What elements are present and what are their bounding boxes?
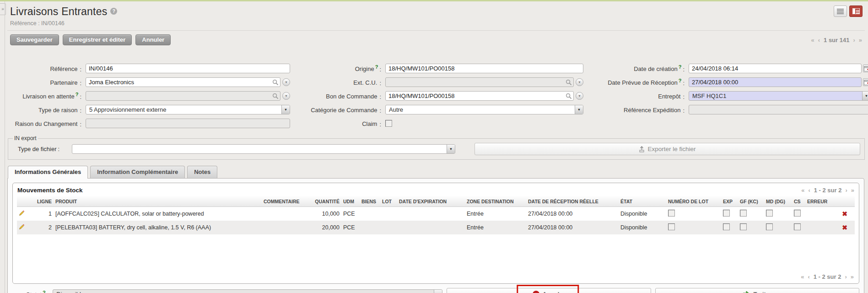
pager-first-icon[interactable]: « (801, 273, 804, 280)
traiter-button[interactable]: Traiter (655, 288, 859, 293)
m2o-dropdown-button[interactable]: ▼ (576, 92, 583, 100)
list-view-button[interactable] (834, 5, 847, 17)
notebook-tabs: Informations Générales Information Compl… (8, 166, 865, 178)
cs-checkbox[interactable] (794, 223, 801, 230)
annuler-workflow-button[interactable]: ✖ Annuler (447, 288, 651, 293)
save-button[interactable]: Sauvegarder (10, 34, 59, 45)
categorie-field: Autre▼ (385, 105, 583, 114)
numero-lot-checkbox[interactable] (668, 223, 675, 230)
pager-last-icon[interactable]: » (851, 187, 854, 194)
claim-field (385, 120, 583, 127)
gf-kc-checkbox[interactable] (740, 223, 747, 230)
entrepot-field: MSF HQ1C1▼ (689, 91, 868, 101)
pager-prev-icon[interactable]: ‹ (808, 187, 810, 194)
column-header: COMMENTAIRE (262, 196, 308, 207)
view-switcher (834, 5, 863, 17)
export-file-button[interactable]: Exporter le fichier (474, 143, 860, 155)
table-row[interactable]: 1 [AOFFCALC02S] CALCULATOR, solar or bat… (17, 207, 855, 221)
pager-last-icon[interactable]: » (859, 37, 862, 43)
statut-select[interactable]: Disponible▼ (53, 289, 442, 293)
livraison-attente-input[interactable] (86, 91, 280, 101)
tab-informations-generales[interactable]: Informations Générales (8, 166, 88, 179)
field-label-ext-cu: Ext. C.U.: (294, 78, 381, 86)
cell-date-expiration (397, 221, 465, 234)
pager-next-icon[interactable]: › (845, 273, 846, 280)
delete-row-icon[interactable]: ✖ (835, 207, 855, 221)
cell-uom: PCE (341, 207, 360, 221)
type-raison-select[interactable]: 5 Approvisionnement externe▼ (86, 105, 290, 114)
ext-cu-field: ▼ (385, 77, 583, 87)
pager-label: 1 - 2 sur 2 (814, 273, 841, 280)
pager-prev-icon[interactable]: ‹ (818, 37, 820, 43)
numero-lot-checkbox[interactable] (668, 210, 675, 217)
pager-prev-icon[interactable]: ‹ (808, 273, 809, 280)
livraison-attente-field: ▼ (86, 91, 290, 101)
edit-pencil-icon[interactable] (19, 211, 25, 217)
calendar-icon[interactable] (863, 65, 868, 72)
column-header: QUANTITÉ (308, 196, 341, 207)
column-header: DATE D'EXPIRATION (397, 196, 465, 207)
pager-label: 1 - 2 sur 2 (814, 187, 842, 194)
cell-comment (262, 207, 308, 221)
origine-input[interactable] (385, 64, 583, 73)
date-creation-input[interactable] (689, 64, 862, 73)
bon-commande-input[interactable] (385, 91, 574, 101)
column-header: LOT (380, 196, 397, 207)
column-delete (835, 196, 855, 207)
pager-first-icon[interactable]: « (801, 187, 804, 194)
cell-lot (380, 221, 397, 234)
export-icon (639, 146, 645, 152)
help-mark: ? (679, 78, 682, 83)
table-row[interactable]: 2 [PELEBATTA03] BATTERY, dry cell, alkal… (17, 221, 855, 234)
reference-input[interactable] (86, 64, 290, 73)
reference-field (86, 64, 290, 73)
exp-checkbox[interactable] (723, 210, 730, 217)
pager-first-icon[interactable]: « (811, 37, 814, 43)
workflow-footer: Statut?: Disponible▼ ✖ Annuler Traiter (12, 288, 859, 293)
claim-checkbox[interactable] (385, 120, 392, 127)
m2o-dropdown-button[interactable]: ▼ (576, 78, 583, 86)
md-dg-checkbox[interactable] (766, 223, 773, 230)
ref-expedition-input[interactable] (689, 105, 868, 114)
title-help-icon[interactable]: ? (110, 8, 117, 15)
entrepot-select[interactable]: MSF HQ1C1▼ (689, 91, 868, 101)
cell-product: [AOFFCALC02S] CALCULATOR, solar or batte… (54, 207, 262, 221)
date-prevue-input[interactable] (689, 77, 862, 87)
ext-cu-input[interactable] (385, 77, 574, 87)
m2o-dropdown-button[interactable]: ▼ (282, 78, 290, 86)
pager-next-icon[interactable]: › (853, 37, 855, 43)
edit-pencil-icon[interactable] (19, 225, 25, 231)
cell-date-reception: 27/04/2018 00:00 (526, 221, 619, 234)
delete-row-icon[interactable]: ✖ (835, 221, 855, 234)
stock-moves-table: LIGNE PRODUIT COMMENTAIRE QUANTITÉ UDM B… (17, 196, 855, 234)
cell-comment (262, 221, 308, 234)
calendar-icon[interactable] (863, 78, 868, 86)
tab-information-complementaire[interactable]: Information Complémentaire (90, 166, 185, 178)
exp-checkbox[interactable] (723, 223, 730, 230)
process-arrow-icon (743, 291, 750, 293)
column-header: ERREUR (805, 196, 835, 207)
help-mark: ? (375, 64, 378, 70)
gf-kc-checkbox[interactable] (740, 210, 747, 217)
cell-etat: Disponible (619, 221, 666, 234)
cancel-button[interactable]: Annuler (135, 34, 171, 45)
cell-quantity: 10,000 (308, 207, 341, 221)
raison-changement-input[interactable] (86, 119, 290, 128)
raison-changement-field (86, 119, 290, 128)
save-and-edit-button[interactable]: Enregistrer et éditer (63, 34, 132, 45)
pager-next-icon[interactable]: › (845, 187, 847, 194)
field-label-claim: Claim: (294, 119, 381, 127)
type-fichier-select[interactable]: ▼ (72, 144, 455, 154)
md-dg-checkbox[interactable] (766, 210, 773, 217)
partenaire-input[interactable] (86, 77, 280, 87)
pager-last-icon[interactable]: » (851, 273, 854, 280)
m2o-dropdown-button[interactable]: ▼ (282, 92, 290, 100)
partenaire-field: ▼ (86, 77, 290, 87)
tab-notes[interactable]: Notes (187, 166, 217, 178)
record-toolbar: Sauvegarder Enregistrer et éditer Annule… (7, 31, 865, 49)
form-view-button[interactable] (849, 5, 863, 17)
categorie-select[interactable]: Autre▼ (385, 105, 583, 114)
cs-checkbox[interactable] (794, 210, 801, 217)
field-label-raison-changement: Raison du Changement: (10, 119, 81, 127)
cancel-cross-icon: ✖ (533, 291, 539, 293)
